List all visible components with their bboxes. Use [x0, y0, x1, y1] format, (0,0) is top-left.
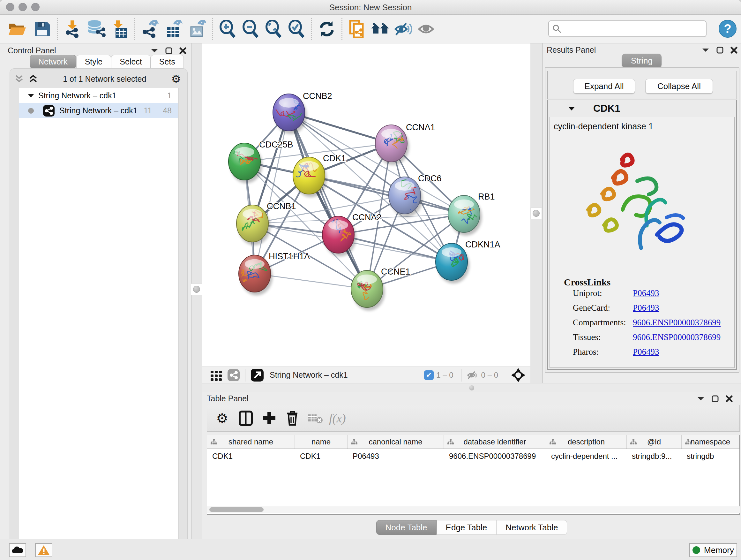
expand-all-button[interactable]: Expand All: [573, 79, 635, 94]
export-network-button[interactable]: [140, 19, 160, 39]
entry-expanded-icon[interactable]: [568, 106, 576, 111]
open-in-window-icon[interactable]: [251, 368, 264, 382]
crosslink-link[interactable]: 9606.ENSP00000378699: [633, 318, 721, 327]
grid-view-icon[interactable]: [210, 369, 223, 381]
collapse-all-icon[interactable]: [14, 74, 24, 83]
table-cell[interactable]: CDK1: [295, 449, 347, 463]
show-columns-icon[interactable]: [237, 409, 255, 428]
network-node-CDK1[interactable]: CDK1: [293, 153, 346, 197]
tab-select[interactable]: Select: [111, 55, 150, 68]
panel-close-icon[interactable]: [179, 47, 186, 54]
table-cell[interactable]: CDK1: [207, 449, 295, 463]
network-canvas[interactable]: CCNB2 CCNA1 CDC25B CDK1 CDC6: [202, 44, 530, 367]
import-network-file-button[interactable]: [62, 19, 83, 39]
search-input[interactable]: [562, 24, 699, 33]
show-eye-button[interactable]: [416, 19, 436, 39]
scrollbar-thumb[interactable]: [209, 507, 264, 512]
column-header-namespace[interactable]: namespace: [682, 435, 739, 449]
tab-node-table[interactable]: Node Table: [376, 520, 436, 535]
crosslink-link[interactable]: 9606.ENSP00000378699: [633, 332, 721, 342]
tab-network-table[interactable]: Network Table: [496, 520, 567, 535]
panel-maximize-icon[interactable]: [165, 47, 172, 54]
tab-sets[interactable]: Sets: [151, 55, 184, 68]
delete-table-icon[interactable]: [306, 409, 325, 428]
delete-column-trash-icon[interactable]: [283, 409, 301, 428]
selected-checkbox-icon[interactable]: ✔: [424, 370, 434, 380]
crosslink-link[interactable]: P06493: [633, 347, 659, 357]
import-table-button[interactable]: [110, 19, 130, 39]
open-session-button[interactable]: [7, 19, 27, 39]
table-cell[interactable]: stringdb:9...: [627, 449, 682, 463]
zoom-fit-button[interactable]: [263, 19, 284, 39]
export-table-button[interactable]: [163, 19, 184, 39]
panel-float-icon[interactable]: [702, 48, 710, 53]
network-node-CCNE1[interactable]: CCNE1: [351, 267, 410, 311]
table-cell[interactable]: cyclin-dependent ...: [546, 449, 627, 463]
network-options-gear-icon[interactable]: ⚙: [172, 72, 181, 85]
network-node-CDKN1A[interactable]: CDKN1A: [435, 240, 500, 284]
table-row[interactable]: CDK1CDK1P064939606.ENSP00000378699cyclin…: [207, 449, 739, 463]
right-splitter[interactable]: [530, 44, 542, 383]
network-node-RB1[interactable]: RB1: [448, 192, 495, 236]
column-header-shared-name[interactable]: shared name: [207, 435, 295, 449]
zoom-selected-button[interactable]: [286, 19, 307, 39]
export-image-button[interactable]: [187, 19, 207, 39]
network-node-HIST1H1A[interactable]: HIST1H1A: [239, 252, 310, 295]
column-header-database-identifier[interactable]: database identifier: [444, 435, 546, 449]
cloud-status-button[interactable]: [9, 543, 26, 557]
crosslink-link[interactable]: P06493: [633, 303, 659, 313]
tab-string[interactable]: String: [622, 54, 662, 68]
column-header-description[interactable]: description: [546, 435, 627, 449]
panel-close-icon[interactable]: [731, 47, 738, 54]
network-node-CDC6[interactable]: CDC6: [389, 170, 442, 217]
clone-network-button[interactable]: [347, 19, 367, 39]
panel-close-icon[interactable]: [726, 395, 733, 402]
tree-expanded-icon[interactable]: [27, 93, 35, 99]
hide-glass-eye-button[interactable]: [393, 19, 413, 39]
crosslink-link[interactable]: P06493: [633, 288, 659, 298]
string-view-icon[interactable]: [227, 369, 240, 381]
right-splitter-handle[interactable]: [530, 207, 542, 219]
import-network-database-button[interactable]: [86, 19, 106, 39]
network-collection-row[interactable]: String Network – cdk1 1: [19, 88, 178, 103]
panel-float-icon[interactable]: [697, 396, 704, 401]
left-splitter[interactable]: [192, 44, 202, 539]
warning-status-button[interactable]: [35, 543, 52, 557]
network-node-CCNA1[interactable]: CCNA1: [375, 123, 435, 165]
left-splitter-handle[interactable]: [191, 284, 202, 295]
network-edge[interactable]: [289, 112, 367, 289]
horizontal-splitter-handle[interactable]: [469, 385, 474, 390]
gene-entry-header[interactable]: CDK1: [548, 100, 736, 117]
panel-float-icon[interactable]: [151, 48, 158, 53]
table-cell[interactable]: P06493: [347, 449, 444, 463]
horizontal-splitter[interactable]: [202, 383, 741, 392]
memory-button[interactable]: Memory: [689, 543, 737, 557]
zoom-in-button[interactable]: [217, 19, 238, 39]
birds-eye-view-icon[interactable]: [511, 368, 525, 382]
home-string-button[interactable]: [370, 19, 390, 39]
expand-all-icon[interactable]: [28, 74, 38, 83]
tab-style[interactable]: Style: [76, 55, 111, 68]
column-header-@id[interactable]: @id: [627, 435, 682, 449]
apply-layout-refresh-button[interactable]: [317, 19, 337, 39]
tab-network[interactable]: Network: [30, 55, 76, 68]
create-column-plus-icon[interactable]: [260, 409, 279, 428]
network-edge[interactable]: [255, 112, 289, 273]
panel-maximize-icon[interactable]: [712, 395, 719, 402]
function-builder-button[interactable]: f(x): [329, 409, 346, 428]
help-button[interactable]: ?: [719, 20, 737, 38]
network-node-CCNB1[interactable]: CCNB1: [237, 201, 296, 245]
network-node-CDC25B[interactable]: CDC25B: [228, 140, 293, 183]
column-header-name[interactable]: name: [295, 435, 347, 449]
tab-edge-table[interactable]: Edge Table: [436, 520, 496, 535]
collapse-all-button[interactable]: Collapse All: [645, 79, 713, 94]
panel-maximize-icon[interactable]: [717, 47, 724, 54]
network-node-CCNB2[interactable]: CCNB2: [270, 91, 332, 134]
save-session-button[interactable]: [32, 19, 52, 39]
table-horizontal-scrollbar[interactable]: [207, 506, 740, 513]
network-row[interactable]: String Network – cdk1 11 48: [19, 103, 178, 118]
zoom-out-button[interactable]: [240, 19, 261, 39]
column-header-canonical-name[interactable]: canonical name: [347, 435, 444, 449]
table-cell[interactable]: 9606.ENSP00000378699: [444, 449, 546, 463]
table-cell[interactable]: stringdb: [682, 449, 739, 463]
